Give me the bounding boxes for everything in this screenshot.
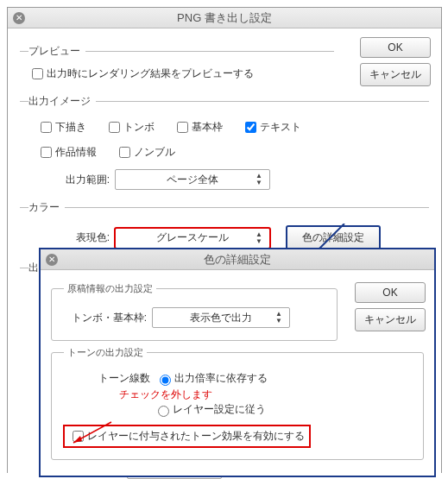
cancel-button[interactable]: キャンセル — [360, 63, 431, 86]
tombo-checkbox[interactable]: トンボ — [105, 119, 155, 136]
basic-checkbox[interactable]: 基本枠 — [174, 119, 223, 136]
preview-checkbox-row[interactable]: 出力時にレンダリング結果をプレビューする — [28, 66, 254, 82]
preview-legend: プレビュー — [28, 44, 85, 59]
tombo-basic-select[interactable]: 表示色で出力 ▲▼ — [152, 307, 290, 328]
text-checkbox[interactable]: テキスト — [242, 119, 301, 136]
png-export-dialog: ✕ PNG 書き出し設定 OK キャンセル プレビュー 出力時にレンダリング結果… — [7, 7, 442, 473]
ok-button[interactable]: OK — [360, 37, 431, 58]
depend-ratio-radio[interactable]: 出力倍率に依存する — [155, 371, 268, 386]
image-legend: 出力イメージ — [28, 94, 96, 109]
dialog-titlebar: ✕ PNG 書き出し設定 — [8, 8, 441, 28]
dialog-title: PNG 書き出し設定 — [177, 10, 272, 26]
tombo-basic-label: トンボ・基本枠: — [64, 311, 147, 325]
stepper-icon: ▲▼ — [275, 308, 286, 327]
preview-group: プレビュー 出力時にレンダリング結果をプレビューする — [20, 44, 334, 87]
range-label: 出力範囲: — [54, 173, 110, 187]
stepper-icon: ▲▼ — [256, 229, 266, 248]
expr-label: 表現色: — [54, 230, 110, 245]
color-detail-dialog: ✕ 色の詳細設定 OK キャンセル 原稿情報の出力設定 トンボ・基本枠: 表示色… — [39, 248, 436, 477]
image-group: 出力イメージ 下描き トンボ 基本枠 テキスト 作品情報 ノンブル 出力範囲: … — [20, 94, 429, 193]
expr-select[interactable]: グレースケール ▲▼ — [115, 228, 270, 249]
color-detail-button[interactable]: 色の詳細設定 — [286, 225, 381, 250]
sub-titlebar: ✕ 色の詳細設定 — [41, 249, 434, 270]
info-checkbox[interactable]: 作品情報 — [37, 144, 97, 161]
color-group: カラー 表現色: グレースケール ▲▼ 色の詳細設定 — [20, 200, 429, 254]
sub-title: 色の詳細設定 — [204, 252, 271, 268]
range-select[interactable]: ページ全体 ▲▼ — [115, 169, 270, 190]
draft-checkbox[interactable]: 下描き — [37, 119, 86, 136]
close-icon[interactable]: ✕ — [46, 254, 58, 266]
manuscript-group: 原稿情報の出力設定 トンボ・基本枠: 表示色で出力 ▲▼ — [51, 282, 338, 341]
tone-effect-checkbox[interactable]: レイヤーに付与されたトーン効果を有効にする — [69, 428, 305, 444]
follow-layer-radio[interactable]: レイヤー設定に従う — [154, 402, 266, 417]
sub-cancel-button[interactable]: キャンセル — [355, 308, 426, 331]
stepper-icon: ▲▼ — [256, 170, 266, 189]
tone-line-label: トーン線数 — [90, 371, 150, 386]
close-icon[interactable]: ✕ — [13, 12, 25, 24]
sub-ok-button[interactable]: OK — [355, 282, 426, 303]
tone-group: トーンの出力設定 トーン線数 出力倍率に依存する チェックを外します レイヤー設… — [51, 346, 424, 460]
color-legend: カラー — [28, 200, 65, 215]
preview-checkbox[interactable] — [32, 68, 43, 79]
uncheck-note: チェックを外します — [119, 388, 212, 400]
nombre-checkbox[interactable]: ノンブル — [116, 144, 175, 161]
